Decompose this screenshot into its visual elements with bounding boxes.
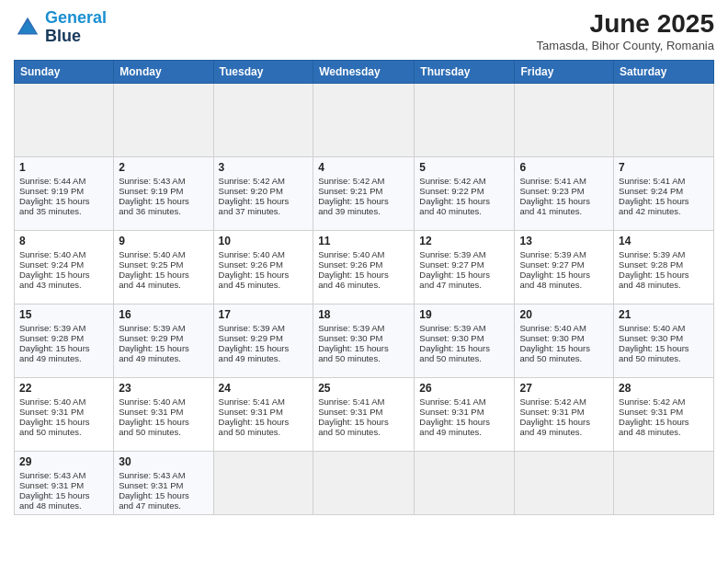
daylight: Daylight: 15 hoursand 47 minutes. <box>419 270 490 290</box>
table-cell: 13Sunrise: 5:39 AMSunset: 9:27 PMDayligh… <box>515 231 614 304</box>
sunrise: Sunrise: 5:40 AM <box>519 323 586 333</box>
sunrise: Sunrise: 5:42 AM <box>219 176 285 186</box>
month-year: June 2025 <box>537 9 714 39</box>
sunrise: Sunrise: 5:41 AM <box>619 176 685 186</box>
table-cell: 7Sunrise: 5:41 AMSunset: 9:24 PMDaylight… <box>614 157 714 231</box>
sunrise: Sunrise: 5:42 AM <box>619 396 685 407</box>
table-cell: 24Sunrise: 5:41 AMSunset: 9:31 PMDayligh… <box>213 378 313 452</box>
table-cell: 4Sunrise: 5:42 AMSunset: 9:21 PMDaylight… <box>313 157 415 231</box>
day-number: 28 <box>619 382 709 395</box>
sunrise: Sunrise: 5:43 AM <box>119 176 185 186</box>
sunset: Sunset: 9:19 PM <box>119 186 183 196</box>
day-number: 19 <box>419 308 509 321</box>
daylight: Daylight: 15 hoursand 50 minutes. <box>619 343 689 363</box>
sunrise: Sunrise: 5:39 AM <box>318 323 384 333</box>
daylight: Daylight: 15 hoursand 50 minutes. <box>19 417 90 437</box>
table-cell: 21Sunrise: 5:40 AMSunset: 9:30 PMDayligh… <box>614 304 714 378</box>
col-thursday: Thursday <box>415 61 515 84</box>
day-number: 22 <box>19 382 108 395</box>
table-cell <box>515 452 614 515</box>
table-cell: 14Sunrise: 5:39 AMSunset: 9:28 PMDayligh… <box>614 231 714 304</box>
sunrise: Sunrise: 5:39 AM <box>219 323 285 333</box>
sunset: Sunset: 9:23 PM <box>519 186 584 196</box>
page: General Blue June 2025 Tamasda, Bihor Co… <box>0 0 728 563</box>
header-row: Sunday Monday Tuesday Wednesday Thursday… <box>15 61 714 84</box>
sunset: Sunset: 9:30 PM <box>419 333 483 343</box>
table-cell: 11Sunrise: 5:40 AMSunset: 9:26 PMDayligh… <box>313 231 415 304</box>
daylight: Daylight: 15 hoursand 48 minutes. <box>19 490 90 511</box>
table-cell: 26Sunrise: 5:41 AMSunset: 9:31 PMDayligh… <box>415 378 515 452</box>
table-cell: 2Sunrise: 5:43 AMSunset: 9:19 PMDaylight… <box>114 157 213 231</box>
table-cell: 10Sunrise: 5:40 AMSunset: 9:26 PMDayligh… <box>213 231 313 304</box>
sunset: Sunset: 9:21 PM <box>318 186 382 196</box>
table-cell: 18Sunrise: 5:39 AMSunset: 9:30 PMDayligh… <box>313 304 415 378</box>
sunrise: Sunrise: 5:39 AM <box>19 323 85 333</box>
table-cell <box>213 84 313 157</box>
table-cell: 23Sunrise: 5:40 AMSunset: 9:31 PMDayligh… <box>114 378 213 452</box>
table-cell: 17Sunrise: 5:39 AMSunset: 9:29 PMDayligh… <box>213 304 313 378</box>
table-cell: 6Sunrise: 5:41 AMSunset: 9:23 PMDaylight… <box>515 157 614 231</box>
sunset: Sunset: 9:31 PM <box>619 407 683 417</box>
sunset: Sunset: 9:28 PM <box>619 259 683 270</box>
day-number: 20 <box>519 308 609 321</box>
day-number: 4 <box>318 161 409 174</box>
day-number: 27 <box>519 382 609 395</box>
sunrise: Sunrise: 5:40 AM <box>318 249 384 259</box>
col-sunday: Sunday <box>15 61 114 84</box>
logo-icon <box>14 14 41 41</box>
sunrise: Sunrise: 5:43 AM <box>19 470 85 480</box>
sunset: Sunset: 9:31 PM <box>19 480 84 490</box>
col-monday: Monday <box>114 61 213 84</box>
daylight: Daylight: 15 hoursand 50 minutes. <box>119 417 189 437</box>
day-number: 18 <box>318 308 409 321</box>
daylight: Daylight: 15 hoursand 49 minutes. <box>119 343 189 363</box>
col-friday: Friday <box>515 61 614 84</box>
sunrise: Sunrise: 5:40 AM <box>119 249 185 259</box>
table-cell <box>515 84 614 157</box>
sunset: Sunset: 9:31 PM <box>219 407 283 417</box>
sunset: Sunset: 9:30 PM <box>619 333 683 343</box>
daylight: Daylight: 15 hoursand 48 minutes. <box>519 270 590 290</box>
table-cell <box>614 452 714 515</box>
day-number: 25 <box>318 382 409 395</box>
day-number: 7 <box>619 161 709 174</box>
day-number: 8 <box>19 235 108 247</box>
table-cell <box>415 452 515 515</box>
day-number: 16 <box>119 308 208 321</box>
sunset: Sunset: 9:20 PM <box>219 186 283 196</box>
table-cell <box>213 452 313 515</box>
sunset: Sunset: 9:31 PM <box>318 407 382 417</box>
sunset: Sunset: 9:31 PM <box>419 407 483 417</box>
day-number: 14 <box>619 235 709 247</box>
table-cell: 22Sunrise: 5:40 AMSunset: 9:31 PMDayligh… <box>15 378 114 452</box>
daylight: Daylight: 15 hoursand 49 minutes. <box>19 343 90 363</box>
daylight: Daylight: 15 hoursand 42 minutes. <box>619 196 689 216</box>
daylight: Daylight: 15 hoursand 36 minutes. <box>119 196 189 216</box>
day-number: 11 <box>318 235 409 247</box>
daylight: Daylight: 15 hoursand 50 minutes. <box>318 343 389 363</box>
day-number: 24 <box>219 382 309 395</box>
table-cell: 20Sunrise: 5:40 AMSunset: 9:30 PMDayligh… <box>515 304 614 378</box>
daylight: Daylight: 15 hoursand 49 minutes. <box>219 343 290 363</box>
sunset: Sunset: 9:26 PM <box>318 259 382 270</box>
table-cell <box>15 84 114 157</box>
day-number: 6 <box>519 161 609 174</box>
daylight: Daylight: 15 hoursand 50 minutes. <box>519 343 590 363</box>
daylight: Daylight: 15 hoursand 39 minutes. <box>318 196 389 216</box>
sunset: Sunset: 9:30 PM <box>318 333 382 343</box>
day-number: 26 <box>419 382 509 395</box>
title-area: June 2025 Tamasda, Bihor County, Romania <box>537 9 714 52</box>
daylight: Daylight: 15 hoursand 50 minutes. <box>219 417 290 437</box>
sunset: Sunset: 9:24 PM <box>619 186 683 196</box>
daylight: Daylight: 15 hoursand 43 minutes. <box>19 270 90 290</box>
table-cell: 12Sunrise: 5:39 AMSunset: 9:27 PMDayligh… <box>415 231 515 304</box>
daylight: Daylight: 15 hoursand 41 minutes. <box>519 196 590 216</box>
table-cell: 16Sunrise: 5:39 AMSunset: 9:29 PMDayligh… <box>114 304 213 378</box>
sunrise: Sunrise: 5:39 AM <box>519 249 586 259</box>
table-cell: 25Sunrise: 5:41 AMSunset: 9:31 PMDayligh… <box>313 378 415 452</box>
table-cell: 30Sunrise: 5:43 AMSunset: 9:31 PMDayligh… <box>114 452 213 515</box>
sunrise: Sunrise: 5:40 AM <box>119 396 185 407</box>
daylight: Daylight: 15 hoursand 45 minutes. <box>219 270 290 290</box>
day-number: 29 <box>19 455 108 468</box>
sunset: Sunset: 9:27 PM <box>519 259 584 270</box>
